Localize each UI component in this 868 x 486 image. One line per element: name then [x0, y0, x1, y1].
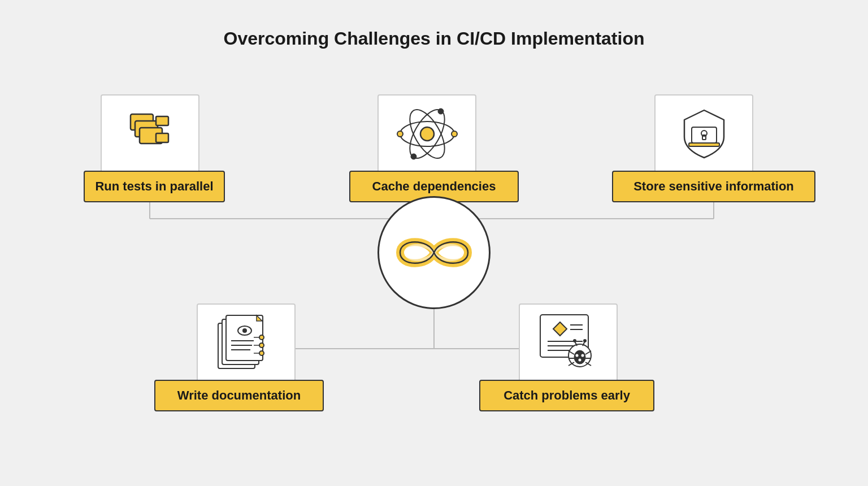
infinity-icon [389, 227, 479, 278]
svg-rect-15 [156, 133, 168, 142]
label-parallel-text: Run tests in parallel [95, 179, 213, 194]
center-cicd-circle [377, 196, 491, 309]
cache-icon [393, 103, 461, 165]
card-docs [197, 303, 296, 383]
svg-point-63 [578, 359, 581, 362]
page-title: Overcoming Challenges in CI/CD Implement… [223, 28, 644, 49]
svg-point-59 [573, 339, 576, 342]
svg-point-37 [259, 343, 264, 348]
label-parallel: Run tests in parallel [84, 171, 225, 202]
card-cache [377, 94, 476, 173]
svg-point-60 [583, 339, 587, 342]
store-icon [673, 106, 735, 162]
svg-rect-30 [226, 315, 263, 361]
svg-point-32 [242, 328, 247, 333]
diagram: Run tests in parallel Cache dependencies… [67, 60, 801, 467]
svg-rect-14 [156, 116, 168, 125]
parallel-icon [119, 109, 181, 159]
svg-point-21 [397, 131, 403, 137]
label-catch: Catch problems early [479, 380, 654, 411]
svg-point-38 [259, 351, 264, 355]
svg-point-22 [438, 109, 444, 114]
label-store: Store sensitive information [612, 171, 815, 202]
card-parallel [101, 94, 199, 173]
svg-point-62 [581, 354, 584, 357]
svg-rect-25 [689, 143, 719, 146]
svg-point-23 [411, 154, 416, 159]
svg-point-50 [574, 350, 585, 364]
label-docs: Write documentation [154, 380, 324, 411]
card-store [654, 94, 753, 173]
docs-icon [210, 309, 283, 377]
svg-point-36 [259, 335, 264, 340]
card-catch [519, 303, 618, 383]
label-cache-text: Cache dependencies [372, 179, 496, 194]
label-store-text: Store sensitive information [633, 179, 794, 194]
catch-icon [532, 309, 605, 377]
svg-point-61 [575, 354, 578, 357]
label-docs-text: Write documentation [177, 388, 301, 403]
svg-point-20 [452, 131, 457, 137]
svg-point-16 [420, 127, 434, 141]
label-catch-text: Catch problems early [504, 388, 630, 403]
main-container: Overcoming Challenges in CI/CD Implement… [38, 11, 830, 475]
